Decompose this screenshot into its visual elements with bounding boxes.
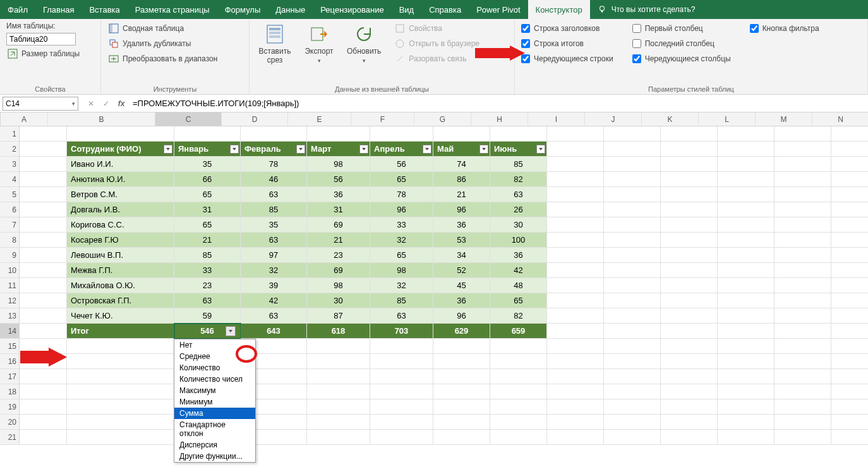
table-cell[interactable]: 59	[174, 308, 241, 324]
empty-cell[interactable]	[20, 142, 67, 157]
table-cell[interactable]: Островская Г.П.	[67, 293, 174, 308]
filter-dropdown-icon[interactable]	[423, 145, 431, 154]
table-cell[interactable]: 35	[174, 157, 241, 172]
tab-Power Pivot[interactable]: Power Pivot	[469, 0, 527, 19]
empty-cell[interactable]	[604, 415, 661, 430]
empty-cell[interactable]	[20, 399, 67, 415]
empty-cell[interactable]	[20, 248, 67, 263]
tab-Главная[interactable]: Главная	[35, 0, 81, 19]
check-total-row[interactable]: Строка итогов	[521, 37, 613, 51]
empty-cell[interactable]	[831, 399, 868, 415]
table-cell[interactable]: 65	[370, 248, 433, 263]
empty-cell[interactable]	[20, 384, 67, 399]
empty-cell[interactable]	[661, 399, 718, 415]
table-cell[interactable]: 82	[490, 172, 547, 187]
empty-cell[interactable]	[775, 354, 831, 369]
table-cell[interactable]: 39	[241, 278, 307, 293]
table-cell[interactable]: 30	[490, 217, 547, 233]
empty-cell[interactable]	[661, 157, 718, 172]
empty-cell[interactable]	[718, 308, 775, 324]
empty-cell[interactable]	[718, 157, 775, 172]
empty-cell[interactable]	[307, 339, 370, 354]
empty-cell[interactable]	[547, 248, 604, 263]
empty-cell[interactable]	[775, 369, 831, 384]
table-cell[interactable]: 30	[307, 293, 370, 308]
table-cell[interactable]: 96	[433, 308, 490, 324]
col-header-I[interactable]: I	[528, 112, 585, 126]
empty-cell[interactable]	[20, 278, 67, 293]
empty-cell[interactable]	[661, 217, 718, 233]
empty-cell[interactable]	[775, 324, 831, 339]
empty-cell[interactable]	[307, 415, 370, 430]
empty-cell[interactable]	[775, 187, 831, 202]
table-cell[interactable]: 23	[307, 248, 370, 263]
row-header-16[interactable]: 16	[0, 354, 19, 369]
empty-cell[interactable]	[661, 384, 718, 399]
dropdown-item-Минимум[interactable]: Минимум	[174, 396, 255, 408]
empty-cell[interactable]	[547, 369, 604, 384]
row-header-18[interactable]: 18	[0, 384, 19, 399]
empty-cell[interactable]	[831, 308, 868, 324]
empty-cell[interactable]	[604, 126, 661, 142]
empty-cell[interactable]	[775, 263, 831, 278]
empty-cell[interactable]	[775, 157, 831, 172]
row-header-3[interactable]: 3	[0, 157, 19, 172]
row-header-19[interactable]: 19	[0, 399, 19, 415]
col-header-D[interactable]: D	[222, 112, 288, 126]
tab-Данные[interactable]: Данные	[268, 0, 313, 19]
empty-cell[interactable]	[718, 384, 775, 399]
table-cell[interactable]: 21	[307, 233, 370, 248]
table-cell[interactable]: Чечет К.Ю.	[67, 308, 174, 324]
table-cell[interactable]: 34	[433, 248, 490, 263]
table-cell[interactable]: 32	[370, 233, 433, 248]
col-header-A[interactable]: A	[1, 112, 48, 126]
empty-cell[interactable]	[20, 202, 67, 217]
row-header-9[interactable]: 9	[0, 248, 19, 263]
empty-cell[interactable]	[604, 233, 661, 248]
table-cell[interactable]: 86	[433, 172, 490, 187]
empty-cell[interactable]	[661, 293, 718, 308]
empty-cell[interactable]	[831, 217, 868, 233]
table-cell[interactable]: 26	[490, 202, 547, 217]
empty-cell[interactable]	[490, 399, 547, 415]
dropdown-item-Дисперсия[interactable]: Дисперсия	[174, 439, 255, 451]
insert-slicer-button[interactable]: Вставитьсрез	[256, 21, 294, 64]
row-header-11[interactable]: 11	[0, 278, 19, 293]
empty-cell[interactable]	[604, 187, 661, 202]
table-cell[interactable]: 36	[433, 217, 490, 233]
empty-cell[interactable]	[604, 142, 661, 157]
empty-cell[interactable]	[370, 354, 433, 369]
empty-cell[interactable]	[547, 142, 604, 157]
empty-cell[interactable]	[547, 263, 604, 278]
table-cell[interactable]: 69	[307, 263, 370, 278]
empty-cell[interactable]	[604, 324, 661, 339]
empty-cell[interactable]	[661, 233, 718, 248]
empty-cell[interactable]	[831, 263, 868, 278]
col-header-J[interactable]: J	[585, 112, 642, 126]
table-cell[interactable]: 48	[490, 278, 547, 293]
table-cell[interactable]: 98	[370, 263, 433, 278]
table-cell[interactable]: 23	[174, 278, 241, 293]
empty-cell[interactable]	[433, 126, 490, 142]
empty-cell[interactable]	[775, 278, 831, 293]
empty-cell[interactable]	[604, 263, 661, 278]
cancel-formula-icon[interactable]: ✕	[83, 99, 99, 108]
empty-cell[interactable]	[831, 172, 868, 187]
empty-cell[interactable]	[307, 369, 370, 384]
convert-range-button[interactable]: Преобразовать в диапазон	[107, 52, 219, 66]
empty-cell[interactable]	[831, 415, 868, 430]
empty-cell[interactable]	[174, 126, 241, 142]
empty-cell[interactable]	[547, 415, 604, 430]
empty-cell[interactable]	[775, 384, 831, 399]
total-value[interactable]: 659	[490, 324, 547, 339]
empty-cell[interactable]	[370, 430, 433, 445]
empty-cell[interactable]	[370, 415, 433, 430]
empty-cell[interactable]	[718, 293, 775, 308]
empty-cell[interactable]	[547, 126, 604, 142]
empty-cell[interactable]	[718, 233, 775, 248]
empty-cell[interactable]	[831, 248, 868, 263]
table-cell[interactable]: 46	[241, 172, 307, 187]
table-cell[interactable]: 69	[307, 217, 370, 233]
empty-cell[interactable]	[718, 187, 775, 202]
col-header-H[interactable]: H	[471, 112, 528, 126]
